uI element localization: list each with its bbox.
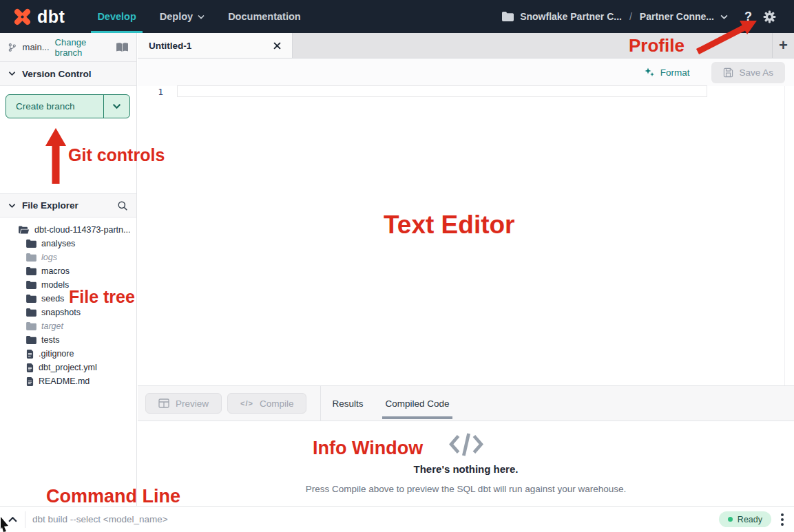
folder-icon	[502, 12, 514, 21]
save-icon	[723, 67, 733, 78]
dbt-logo[interactable]: dbt	[0, 7, 65, 27]
kebab-menu-icon[interactable]	[781, 513, 784, 526]
tree-item[interactable]: dbt-cloud-114373-partn...	[0, 223, 136, 237]
tree-item-label: models	[41, 280, 69, 290]
chevron-down-icon	[8, 203, 16, 209]
tree-item-label: analyses	[41, 239, 75, 248]
file-icon	[26, 350, 34, 359]
main-nav: Develop Deploy Documentation	[85, 0, 312, 33]
info-window: There's nothing here. Press Compile abov…	[138, 421, 794, 506]
tree-item-label: dbt_project.yml	[39, 363, 97, 372]
tree-item[interactable]: .gitignore	[0, 347, 136, 361]
preview-button[interactable]: Preview	[145, 393, 222, 414]
nav-right: Snowflake Partner C... / Partner Conne..…	[502, 10, 794, 24]
account-name: Snowflake Partner C...	[520, 11, 622, 22]
dbt-cloud-ide: dbt Develop Deploy Documentation Snowfla…	[0, 0, 794, 532]
tree-item-label: logs	[41, 253, 57, 262]
tree-item[interactable]: logs	[0, 251, 136, 264]
tree-item[interactable]: dbt_project.yml	[0, 361, 136, 374]
status-dot	[728, 517, 733, 522]
tab-compiled-code[interactable]: Compiled Code	[385, 386, 449, 421]
tree-item-label: macros	[41, 266, 70, 276]
current-branch[interactable]: main...	[23, 42, 50, 52]
sidebar: main... Change branch Version Control Cr…	[0, 33, 137, 532]
format-button[interactable]: Format	[644, 67, 690, 78]
tree-item[interactable]: tests	[0, 333, 136, 347]
compile-button[interactable]: </> Compile	[227, 393, 306, 414]
chevron-down-icon	[198, 14, 205, 19]
annotation-text-editor: Text Editor	[384, 211, 515, 240]
editor-region: Untitled-1 + Format	[138, 33, 794, 506]
save-as-button[interactable]: Save As	[711, 62, 785, 83]
command-bar-divider	[25, 511, 25, 528]
status-badge: Ready	[719, 511, 771, 527]
tab-untitled-1[interactable]: Untitled-1	[138, 33, 293, 58]
branch-bar: main... Change branch	[0, 33, 136, 62]
version-control-header[interactable]: Version Control	[0, 62, 136, 86]
tree-item-label: snapshots	[41, 308, 81, 317]
nav-documentation[interactable]: Documentation	[216, 0, 313, 33]
tree-item-label: tests	[41, 335, 59, 345]
chevron-down-icon	[720, 14, 728, 19]
tree-item[interactable]: snapshots	[0, 306, 136, 319]
create-branch-button[interactable]: Create branch	[6, 94, 130, 118]
editor-scrollbar[interactable]	[784, 86, 785, 385]
annotation-info-window: Info Window	[313, 438, 423, 459]
annotation-profile: Profile	[629, 35, 685, 56]
panel-divider	[320, 386, 321, 421]
folder-icon	[26, 267, 36, 275]
top-nav: dbt Develop Deploy Documentation Snowfla…	[0, 0, 794, 33]
folder-open-icon	[18, 226, 30, 235]
tab-bar: Untitled-1 +	[138, 33, 794, 58]
nav-deploy[interactable]: Deploy	[148, 0, 216, 33]
gear-icon[interactable]	[763, 10, 776, 23]
command-input[interactable]	[32, 514, 719, 524]
tab-results[interactable]: Results	[332, 386, 363, 421]
file-icon	[26, 377, 34, 386]
table-icon	[158, 398, 169, 408]
tree-item[interactable]: macros	[0, 264, 136, 278]
tree-item[interactable]: README.md	[0, 374, 136, 388]
docs-book-icon[interactable]	[116, 42, 129, 53]
chevron-down-icon	[8, 71, 16, 76]
command-bar: Ready	[0, 506, 794, 532]
tree-item[interactable]: target	[0, 319, 136, 333]
folder-icon	[26, 322, 36, 330]
chevron-down-icon	[112, 103, 121, 109]
tree-item[interactable]: analyses	[0, 237, 136, 251]
compile-label: Compile	[260, 398, 294, 409]
file-explorer-header[interactable]: File Explorer	[0, 193, 136, 217]
folder-icon	[26, 253, 36, 262]
breadcrumb-separator: /	[628, 11, 634, 22]
code-icon	[448, 430, 485, 459]
git-branch-icon	[8, 42, 17, 53]
tree-item-label: seeds	[41, 294, 64, 304]
search-icon[interactable]	[117, 200, 128, 211]
help-icon[interactable]: ?	[744, 10, 752, 24]
tree-item-label: target	[41, 321, 63, 331]
line-number: 1	[138, 87, 163, 97]
account-project-selector[interactable]: Snowflake Partner C... / Partner Conne..…	[502, 11, 728, 22]
save-as-label: Save As	[739, 67, 773, 78]
active-line-highlight[interactable]	[177, 85, 707, 97]
tab-title: Untitled-1	[149, 41, 191, 51]
create-branch-caret[interactable]	[103, 95, 129, 118]
file-icon	[26, 363, 34, 372]
nav-develop[interactable]: Develop	[85, 0, 147, 33]
dbt-logo-icon	[12, 7, 32, 27]
version-control-title: Version Control	[22, 69, 92, 79]
folder-icon	[26, 295, 36, 303]
folder-icon	[26, 308, 36, 317]
empty-state-description: Press Compile above to preview the SQL d…	[306, 484, 627, 494]
editor-toolbar: Format Save As	[138, 58, 794, 86]
tree-item-label: dbt-cloud-114373-partn...	[34, 225, 130, 235]
close-icon[interactable]	[273, 42, 281, 50]
change-branch-link[interactable]: Change branch	[55, 37, 110, 58]
status-label: Ready	[738, 515, 762, 524]
new-tab-button[interactable]: +	[772, 33, 794, 58]
format-label: Format	[660, 67, 690, 78]
preview-label: Preview	[176, 398, 209, 409]
chevron-up-icon[interactable]	[0, 517, 25, 522]
annotation-command-line: Command Line	[46, 486, 180, 507]
code-icon: </>	[240, 399, 253, 407]
